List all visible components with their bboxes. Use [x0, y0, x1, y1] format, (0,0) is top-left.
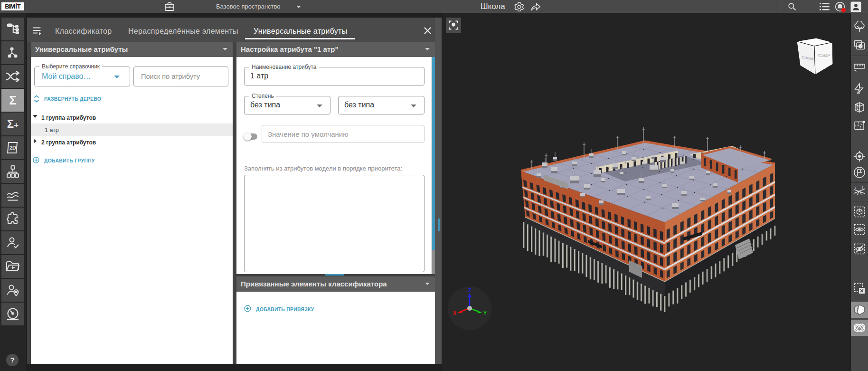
svg-text:Z: Z	[468, 287, 472, 293]
svg-text:X: X	[453, 310, 456, 316]
svg-text:1: 1	[855, 186, 857, 190]
svg-text:Y: Y	[483, 310, 487, 316]
svg-text:2: 2	[862, 186, 864, 189]
svg-text:2D: 2D	[9, 145, 16, 151]
